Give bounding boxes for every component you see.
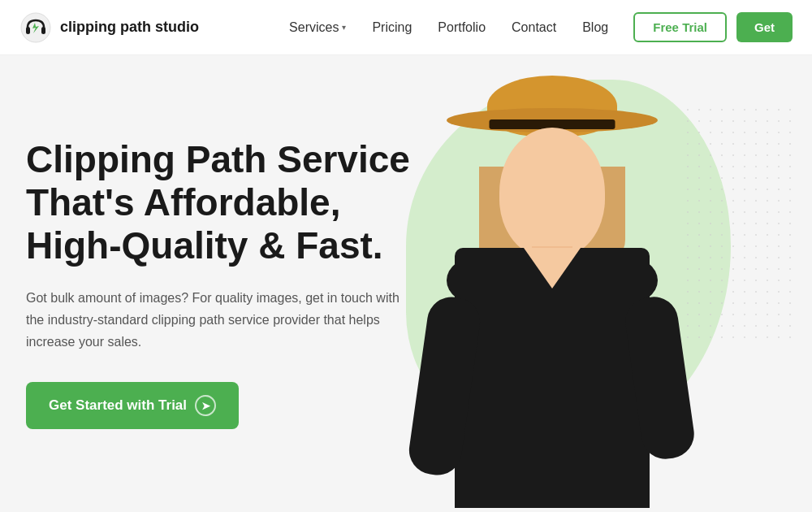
brand-name: clipping path studio bbox=[60, 19, 199, 36]
vneck bbox=[524, 248, 581, 289]
hero-cta-button[interactable]: Get Started with Trial ➤ bbox=[26, 382, 239, 429]
arrow-right-icon: ➤ bbox=[195, 395, 216, 416]
get-started-nav-button[interactable]: Get bbox=[736, 12, 793, 42]
nav-link-contact[interactable]: Contact bbox=[512, 20, 556, 35]
face bbox=[499, 128, 605, 258]
nav-link-portfolio[interactable]: Portfolio bbox=[438, 20, 486, 35]
navbar: clipping path studio Services ▾ Pricing … bbox=[0, 0, 812, 55]
hero-image bbox=[357, 61, 747, 512]
nav-link-services[interactable]: Services ▾ bbox=[289, 20, 346, 35]
navbar-cta-group: Free Trial Get bbox=[633, 12, 793, 42]
free-trial-button[interactable]: Free Trial bbox=[633, 12, 727, 42]
navbar-links: Services ▾ Pricing Portfolio Contact Blo… bbox=[289, 20, 608, 35]
logo-icon bbox=[19, 11, 52, 44]
hero-title: Clipping Path Service That's Affordable,… bbox=[26, 138, 410, 267]
cta-label: Get Started with Trial bbox=[49, 397, 187, 414]
chevron-down-icon: ▾ bbox=[342, 23, 346, 32]
hero-description: Got bulk amount of images? For quality i… bbox=[26, 287, 400, 354]
hero-section: Clipping Path Service That's Affordable,… bbox=[0, 55, 812, 512]
nav-link-blog[interactable]: Blog bbox=[582, 20, 608, 35]
svg-rect-1 bbox=[26, 27, 30, 34]
hero-content: Clipping Path Service That's Affordable,… bbox=[0, 138, 410, 429]
svg-rect-2 bbox=[41, 27, 45, 34]
nav-link-pricing[interactable]: Pricing bbox=[372, 20, 412, 35]
navbar-brand: clipping path studio bbox=[19, 11, 199, 44]
